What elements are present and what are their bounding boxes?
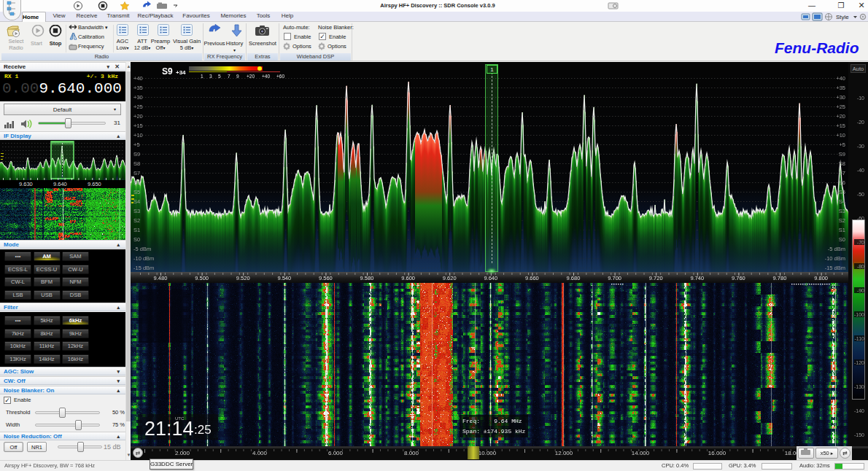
svg-text:Style: Style xyxy=(836,14,849,20)
